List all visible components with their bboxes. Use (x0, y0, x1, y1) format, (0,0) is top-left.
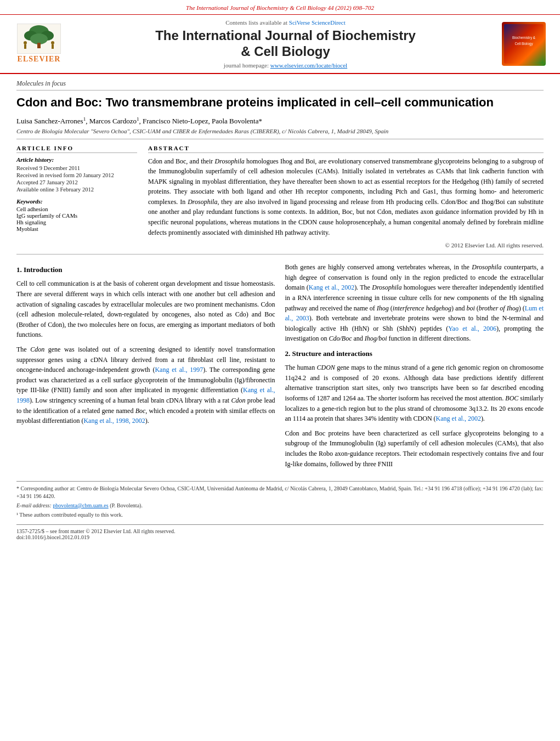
body-col-left: 1. Introduction Cell to cell communicati… (16, 262, 275, 473)
intro-para-3: Both genes are highly conserved among ve… (285, 262, 544, 344)
svg-text:Biochemistry &: Biochemistry & (512, 36, 536, 40)
abstract-text: Cdon and Boc, and their Drosophila homol… (148, 156, 544, 238)
cite-kang2002[interactable]: Kang et al., 2002 (309, 284, 354, 291)
revised-date: Received in revised form 20 January 2012 (16, 172, 137, 178)
article-info-header: ARTICLE INFO (16, 145, 137, 153)
sciverse-line: Contents lists available at SciVerse Sci… (75, 19, 496, 26)
section-1-heading: 1. Introduction (16, 264, 275, 275)
abstract-header: ABSTRACT (148, 145, 544, 153)
keyword-1: Cell adhesion (16, 206, 137, 212)
equal-contrib-note: ¹ These authors contributed equally to t… (16, 511, 544, 519)
footer-copyright: 1357-2725/$ – see front matter © 2012 El… (16, 528, 544, 534)
elsevier-wordmark: ELSEVIER (18, 55, 61, 64)
journal-cover-icon: Biochemistry & Cell Biology (502, 22, 546, 66)
footer-bottom: 1357-2725/$ – see front matter © 2012 El… (16, 524, 544, 540)
article-info-col: ARTICLE INFO Article history: Received 9… (16, 145, 137, 249)
keyword-3: Hh signaling (16, 219, 137, 225)
cite-yao2006[interactable]: Yao et al., 2006 (448, 325, 496, 332)
body-text: 1. Introduction Cell to cell communicati… (16, 262, 544, 473)
keywords-label: Keywords: (16, 198, 137, 205)
svg-text:Cell Biology: Cell Biology (514, 42, 533, 46)
corresponding-note: * Corresponding author at: Centro de Bio… (16, 485, 544, 500)
copyright-line: © 2012 Elsevier Ltd. All rights reserved… (148, 242, 544, 248)
header-area: ELSEVIER Contents lists available at Sci… (0, 15, 560, 74)
received-date: Received 9 December 2011 (16, 165, 137, 171)
page-container: The International Journal of Biochemistr… (0, 0, 560, 546)
section-label: Molecules in focus (16, 80, 544, 90)
cite-kang1998-2002[interactable]: Kang et al., 1998, 2002 (83, 417, 145, 425)
affiliation: Centro de Biología Molecular "Severo Och… (16, 128, 544, 139)
accepted-date: Accepted 27 January 2012 (16, 179, 137, 185)
body-col-right: Both genes are highly conserved among ve… (285, 262, 544, 473)
journal-citation: The International Journal of Biochemistr… (186, 4, 374, 11)
online-date: Available online 3 February 2012 (16, 186, 137, 193)
article-title: Cdon and Boc: Two transmembrane proteins… (16, 95, 544, 111)
authors-text: Luisa Sanchez-Arrones1, Marcos Cardozo1,… (16, 117, 262, 125)
journal-homepage-link[interactable]: www.elsevier.com/locate/biocel (270, 62, 347, 69)
journal-logo-right: Biochemistry & Cell Biology (502, 22, 551, 66)
intro-para-1: Cell to cell communication is at the bas… (16, 279, 275, 340)
keyword-2: IgG superfamily of CAMs (16, 213, 137, 219)
journal-header-center: Contents lists available at SciVerse Sci… (75, 19, 496, 69)
email-note: E-mail address: pbovolenta@cbm.uam.es (P… (16, 502, 544, 510)
footer-doi: doi:10.1016/j.biocel.2012.01.019 (16, 534, 544, 540)
article-content: Molecules in focus Cdon and Boc: Two tra… (0, 74, 560, 546)
abstract-col: ABSTRACT Cdon and Boc, and their Drosoph… (148, 145, 544, 249)
cite-kang1997[interactable]: Kang et al., 1997 (155, 366, 203, 374)
email-person: (P. Bovolenta). (110, 502, 143, 508)
keywords-section: Keywords: Cell adhesion IgG superfamily … (16, 198, 137, 232)
svg-point-6 (24, 41, 27, 44)
history-label: Article history: (16, 156, 137, 163)
intro-para-2: The Cdon gene was isolated out of a scre… (16, 344, 275, 426)
svg-point-8 (51, 41, 54, 44)
svg-rect-9 (52, 44, 54, 49)
top-bar: The International Journal of Biochemistr… (0, 0, 560, 15)
keyword-4: Myoblast (16, 226, 137, 232)
cite-kang2002b[interactable]: Kang et al., 2002 (436, 415, 481, 422)
email-label: E-mail address: (16, 502, 53, 508)
sciverse-link[interactable]: SciVerse ScienceDirect (289, 19, 346, 26)
structure-para-2: Cdon and Boc proteins have been characte… (285, 428, 544, 469)
footnote-area: * Corresponding author at: Centro de Bio… (16, 481, 544, 519)
svg-rect-7 (24, 44, 26, 49)
elsevier-logo: ELSEVIER (9, 24, 69, 64)
journal-homepage: journal homepage: www.elsevier.com/locat… (75, 62, 496, 69)
authors-line: Luisa Sanchez-Arrones1, Marcos Cardozo1,… (16, 116, 544, 125)
structure-para-1: The human CDON gene maps to the minus st… (285, 363, 544, 424)
elsevier-tree-icon (17, 24, 61, 54)
article-info-abstract: ARTICLE INFO Article history: Received 9… (16, 145, 544, 255)
email-link[interactable]: pbovolenta@cbm.uam.es (53, 502, 108, 508)
journal-title: The International Journal of Biochemistr… (75, 28, 496, 60)
section-2-heading: 2. Structure and interactions (285, 348, 544, 359)
svg-rect-5 (37, 43, 41, 48)
